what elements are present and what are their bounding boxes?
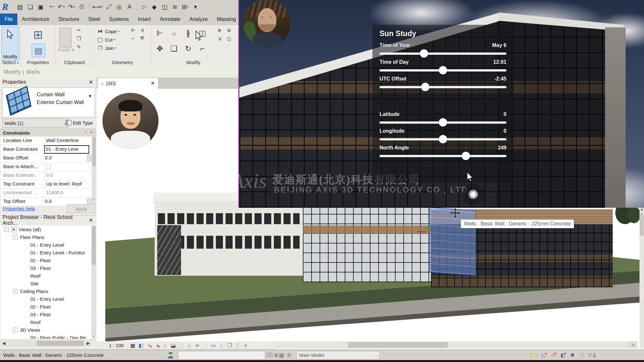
property-row[interactable]: Base is Attach... xyxy=(1,163,91,171)
scroll-down-icon[interactable]: ⌄ xyxy=(91,197,96,202)
revit-logo[interactable]: R xyxy=(2,1,14,12)
select-underlay-icon[interactable]: ◺ ✕ xyxy=(540,352,547,359)
measure-icon[interactable]: ⟷▾ xyxy=(92,2,103,12)
edit-type-button[interactable]: Edit Type xyxy=(66,119,95,127)
editing-requests-icon[interactable]: ⚙ xyxy=(578,352,586,359)
move-icon[interactable]: ✥ xyxy=(153,42,167,55)
mirror-icon[interactable]: ◫ xyxy=(226,35,233,42)
analytical-model-icon[interactable]: ⌂ xyxy=(217,342,226,349)
scale-icon[interactable]: ⇲ xyxy=(216,35,223,42)
slider-track[interactable] xyxy=(380,86,506,88)
associate-param-button[interactable] xyxy=(87,198,91,205)
tree-item[interactable]: − Views (all) xyxy=(1,225,91,233)
element-filter-dropdown[interactable]: Walls (1)⌄ xyxy=(2,119,69,128)
apply-button[interactable]: Apply xyxy=(67,204,95,213)
cut-geometry-tool[interactable]: ◯Cut▾ xyxy=(97,35,119,44)
tree-item[interactable]: 01 - Entry Level xyxy=(1,241,91,249)
tree-toggle-icon[interactable]: − xyxy=(13,328,18,332)
view-scale-button[interactable]: 1 : 100 xyxy=(109,343,124,348)
join-tool[interactable]: ❒Join▾ xyxy=(97,44,119,52)
ribbon-tab[interactable]: File xyxy=(0,14,17,25)
checkbox[interactable] xyxy=(46,165,51,169)
scrollbar-thumb[interactable] xyxy=(640,213,644,236)
type-properties-button[interactable]: ▤ xyxy=(32,44,45,57)
close-icon[interactable]: ✕ xyxy=(88,217,94,224)
shadows-icon[interactable]: ◑ ✕ xyxy=(153,342,161,349)
print-icon[interactable]: ⎙ xyxy=(77,2,86,12)
locked-view-icon[interactable]: ⌂ xyxy=(185,342,193,349)
redo-icon[interactable]: ↷▾ xyxy=(67,2,76,12)
slider-thumb[interactable] xyxy=(462,152,470,160)
visual-style-icon[interactable]: ◧ xyxy=(137,342,145,349)
switch-windows-icon[interactable]: ⊞▾ xyxy=(181,2,190,12)
view-tab-3d[interactable]: ⌂ {3D} ✕ xyxy=(97,78,159,89)
property-row[interactable]: Base Offset 0.0 xyxy=(1,154,91,163)
chevron-down-icon[interactable]: ▼ xyxy=(88,94,92,99)
property-row[interactable]: Location Line Wall Centerline xyxy=(1,137,91,145)
ribbon-tab[interactable]: Analyze xyxy=(185,14,212,25)
property-row[interactable]: Unconnected ... 11400.0 xyxy=(1,189,91,197)
trim-icon[interactable]: ⌐ xyxy=(195,42,209,55)
type-selector[interactable]: Curtain Wall Exterior Curtain Wall ▼ xyxy=(2,88,95,117)
browser-hscrollbar[interactable]: ◀ ▶ xyxy=(1,340,91,347)
slider-thumb[interactable] xyxy=(420,49,428,58)
select-links-icon[interactable]: ⊂⊃ xyxy=(530,352,538,359)
scroll-down-icon[interactable]: ⌄ xyxy=(91,334,96,338)
open-file-icon[interactable]: ❏ xyxy=(26,2,35,12)
tag-icon[interactable]: ◎ xyxy=(115,2,124,12)
ui-board-icon[interactable]: ▤ xyxy=(15,2,24,12)
tree-toggle-icon[interactable]: − xyxy=(4,227,9,232)
tree-item[interactable]: 01 - Entry Level - Furnitur xyxy=(1,249,91,256)
ribbon-tab[interactable]: Annotate xyxy=(155,14,185,25)
copy-element-icon[interactable]: ❏ xyxy=(167,42,181,55)
detail-level-icon[interactable]: ▦ xyxy=(129,342,137,349)
associate-param-button[interactable] xyxy=(87,155,91,161)
save-icon[interactable]: ▣ xyxy=(36,2,45,12)
property-row[interactable]: Top Constraint Up to level: Roof xyxy=(1,180,91,189)
ribbon-tab[interactable]: Insert xyxy=(133,14,155,25)
ribbon-tab[interactable]: Architecture xyxy=(17,14,54,25)
worksharing-user-icon[interactable] xyxy=(168,352,174,358)
scroll-right-icon[interactable]: ▶ xyxy=(85,341,91,346)
collapse-section-icon[interactable]: ⌃ ＾ xyxy=(84,130,94,135)
select-panel-label[interactable]: Select ▾ xyxy=(0,60,21,65)
exclude-options-icon[interactable]: ⌫ xyxy=(265,352,273,359)
copy-icon[interactable]: ❐ xyxy=(75,35,82,42)
rotate-icon[interactable]: ↻ xyxy=(181,42,195,55)
properties-help-link[interactable]: Properties help xyxy=(3,206,35,211)
crop-region-icon[interactable]: ⬚ xyxy=(177,342,185,349)
tree-item[interactable]: Roof xyxy=(1,318,91,326)
slider-track[interactable] xyxy=(380,155,506,157)
exit-option-icon[interactable]: ⎆ xyxy=(285,352,293,359)
tree-item[interactable]: − 3D Views xyxy=(1,326,91,334)
tree-item[interactable]: Site xyxy=(1,280,91,287)
scroll-right-icon[interactable]: > xyxy=(629,341,637,348)
temporary-view-properties-icon[interactable]: ▭ xyxy=(209,342,217,349)
default-3d-view-icon[interactable]: ⌂▾ xyxy=(139,2,149,12)
modify-tool-button[interactable]: Modify xyxy=(2,27,19,61)
crop-view-icon[interactable]: ⬓ ✕ xyxy=(169,342,177,349)
constraints-section-header[interactable]: Constraints ⌃ ＾ xyxy=(1,129,96,137)
property-row[interactable]: Base Constraint 01 - Entry Leve xyxy=(1,145,91,154)
slider-track[interactable] xyxy=(380,52,506,55)
scrollbar-thumb[interactable] xyxy=(92,226,96,265)
undo-icon[interactable]: ↶▾ xyxy=(57,2,66,12)
pin-icon[interactable]: ⊕ xyxy=(216,27,223,33)
sun-path-icon[interactable]: ☀ ✕ xyxy=(145,342,153,349)
sync-icon[interactable]: ◔▾ xyxy=(46,2,55,12)
unjoin-icon[interactable]: ⊰ xyxy=(139,27,146,33)
section-icon[interactable]: ◫ xyxy=(160,2,169,12)
tree-item[interactable]: − Ceiling Plans xyxy=(1,287,91,295)
tree-item[interactable]: 02 - Floor xyxy=(1,303,91,310)
tree-item[interactable]: 03 - Floor xyxy=(1,264,91,272)
design-option-input[interactable]: ⌄ xyxy=(178,351,265,359)
select-by-face-icon[interactable]: ◧ ✕ xyxy=(559,352,567,359)
tree-toggle-icon[interactable]: − xyxy=(13,289,18,294)
tree-item[interactable]: 03 - Floor xyxy=(1,310,91,318)
paste-icon[interactable] xyxy=(59,28,72,48)
render-icon[interactable]: ◆ xyxy=(150,2,159,12)
close-icon[interactable]: ✕ xyxy=(151,80,155,86)
scroll-left-icon[interactable]: ◀ xyxy=(1,341,7,346)
displacement-icon[interactable]: ❒ xyxy=(226,342,234,349)
slider-thumb[interactable] xyxy=(421,83,429,91)
